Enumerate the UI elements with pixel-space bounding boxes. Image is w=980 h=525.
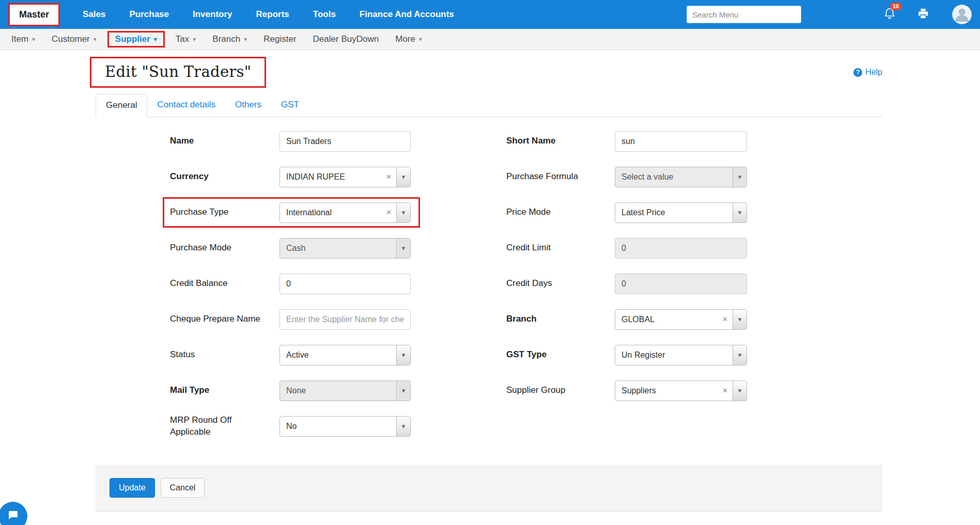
clear-icon[interactable]: ✕ bbox=[381, 173, 396, 181]
name-input[interactable] bbox=[279, 131, 411, 152]
chevron-down-icon: ▾ bbox=[244, 36, 247, 42]
chevron-down-icon[interactable]: ▾ bbox=[396, 203, 410, 222]
subnav-label: Tax bbox=[176, 34, 189, 44]
gst-type-select[interactable]: Un Register ▾ bbox=[615, 345, 747, 365]
page-title: Edit "Sun Traders" bbox=[105, 63, 251, 81]
purchase-formula-value: Select a value bbox=[615, 172, 733, 182]
purchase-type-select[interactable]: International ✕ ▾ bbox=[279, 202, 411, 223]
short-name-input[interactable] bbox=[615, 131, 747, 152]
tab-general[interactable]: General bbox=[96, 94, 147, 117]
page-title-annotation-box: Edit "Sun Traders" bbox=[90, 57, 266, 88]
chevron-down-icon[interactable]: ▾ bbox=[396, 167, 410, 187]
purchase-mode-label: Purchase Mode bbox=[170, 242, 279, 253]
help-link[interactable]: ? Help bbox=[853, 68, 882, 77]
chat-widget-button[interactable] bbox=[0, 502, 27, 525]
name-label: Name bbox=[170, 135, 279, 147]
form-row-purchase-mode: Purchase Mode Cash ▾ Credit Limit bbox=[170, 230, 980, 266]
subnav-item-customer[interactable]: Customer ▾ bbox=[43, 29, 105, 50]
nav-master[interactable]: Master bbox=[8, 3, 60, 26]
printer-icon bbox=[917, 8, 929, 21]
chevron-down-icon[interactable]: ▾ bbox=[733, 203, 746, 222]
chat-bubble-icon bbox=[7, 509, 19, 523]
branch-label: Branch bbox=[506, 313, 615, 325]
nav-tools[interactable]: Tools bbox=[313, 9, 336, 20]
subnav-item-more[interactable]: More ▾ bbox=[387, 29, 430, 50]
subnav-item-tax[interactable]: Tax ▾ bbox=[167, 29, 205, 50]
branch-value: GLOBAL bbox=[615, 315, 718, 324]
cheque-prepare-name-input[interactable] bbox=[279, 309, 411, 330]
subnav-item-supplier[interactable]: Supplier ▾ bbox=[107, 31, 165, 47]
chevron-down-icon: ▾ bbox=[396, 238, 410, 258]
status-select[interactable]: Active ▾ bbox=[279, 345, 411, 365]
chevron-down-icon: ▾ bbox=[419, 36, 422, 42]
user-icon bbox=[952, 5, 972, 24]
form-action-bar: Update Cancel bbox=[96, 465, 882, 512]
print-button[interactable] bbox=[917, 8, 929, 21]
clear-icon[interactable]: ✕ bbox=[718, 387, 733, 394]
nav-reports[interactable]: Reports bbox=[256, 9, 289, 20]
help-label: Help bbox=[865, 68, 882, 77]
subnav-label: Branch bbox=[212, 34, 240, 44]
form-row-cheque-prepare-name: Cheque Prepare Name Branch GLOBAL ✕ ▾ bbox=[170, 301, 980, 337]
nav-finance-and-accounts[interactable]: Finance And Accounts bbox=[360, 9, 454, 20]
price-mode-select[interactable]: Latest Price ▾ bbox=[615, 202, 747, 223]
gst-type-value: Un Register bbox=[615, 351, 733, 360]
form-tabs: General Contact details Others GST bbox=[96, 94, 882, 117]
subnav-label: Item bbox=[11, 34, 28, 44]
form-row-credit-balance: Credit Balance Credit Days bbox=[170, 266, 980, 301]
supplier-group-select[interactable]: Suppliers ✕ ▾ bbox=[615, 380, 747, 401]
currency-value: INDIAN RUPEE bbox=[280, 172, 381, 182]
tab-gst[interactable]: GST bbox=[271, 94, 309, 117]
clear-icon[interactable]: ✕ bbox=[381, 209, 396, 216]
cancel-button[interactable]: Cancel bbox=[161, 478, 205, 498]
module-navigation-bar: Item ▾ Customer ▾ Supplier ▾ Tax ▾ Branc… bbox=[0, 29, 980, 50]
purchase-type-label: Purchase Type bbox=[170, 206, 279, 218]
nav-purchase[interactable]: Purchase bbox=[129, 9, 169, 20]
supplier-group-label: Supplier Group bbox=[506, 385, 615, 396]
credit-balance-input[interactable] bbox=[279, 274, 411, 294]
subnav-item-register[interactable]: Register bbox=[255, 29, 304, 50]
cheque-prepare-name-label: Cheque Prepare Name bbox=[170, 313, 279, 325]
currency-label: Currency bbox=[170, 171, 279, 182]
nav-inventory[interactable]: Inventory bbox=[193, 9, 232, 20]
mail-type-value: None bbox=[280, 386, 396, 395]
subnav-item-branch[interactable]: Branch ▾ bbox=[204, 29, 255, 50]
chevron-down-icon: ▾ bbox=[396, 381, 410, 401]
chevron-down-icon[interactable]: ▾ bbox=[733, 345, 746, 365]
chevron-down-icon[interactable]: ▾ bbox=[733, 381, 746, 401]
price-mode-value: Latest Price bbox=[615, 208, 733, 217]
form-row-mail-type: Mail Type None ▾ Supplier Group Supplier… bbox=[170, 373, 980, 408]
subnav-item-dealer-buydown[interactable]: Dealer BuyDown bbox=[305, 29, 387, 50]
chevron-down-icon[interactable]: ▾ bbox=[396, 345, 410, 365]
mrp-round-off-select[interactable]: No ▾ bbox=[279, 416, 411, 437]
chevron-down-icon[interactable]: ▾ bbox=[396, 417, 410, 436]
purchase-formula-select: Select a value ▾ bbox=[615, 167, 747, 187]
subnav-label: Register bbox=[263, 34, 296, 44]
page-header: Edit "Sun Traders" ? Help bbox=[0, 57, 980, 88]
nav-sales[interactable]: Sales bbox=[83, 9, 105, 20]
clear-icon[interactable]: ✕ bbox=[718, 315, 733, 323]
chevron-down-icon[interactable]: ▾ bbox=[733, 310, 746, 329]
update-button[interactable]: Update bbox=[110, 478, 155, 498]
price-mode-label: Price Mode bbox=[506, 206, 615, 218]
subnav-item-item[interactable]: Item ▾ bbox=[3, 29, 43, 50]
user-avatar[interactable] bbox=[952, 5, 972, 24]
form-row-mrp-round-off: MRP Round Off Applicable No ▾ bbox=[170, 408, 980, 444]
top-navigation-bar: Master Sales Purchase Inventory Reports … bbox=[0, 0, 980, 29]
tab-others[interactable]: Others bbox=[225, 94, 271, 117]
supplier-group-value: Suppliers bbox=[615, 386, 718, 395]
subnav-label: Customer bbox=[52, 34, 90, 44]
mrp-round-off-value: No bbox=[280, 422, 396, 431]
tab-contact-details[interactable]: Contact details bbox=[147, 94, 225, 117]
credit-limit-input bbox=[615, 238, 747, 259]
mail-type-select: None ▾ bbox=[279, 380, 411, 401]
notifications-button[interactable]: 10 bbox=[884, 7, 895, 22]
purchase-formula-label: Purchase Formula bbox=[506, 171, 615, 182]
subnav-label: Supplier bbox=[115, 34, 150, 44]
currency-select[interactable]: INDIAN RUPEE ✕ ▾ bbox=[279, 167, 411, 187]
search-input[interactable] bbox=[687, 6, 801, 23]
purchase-mode-value: Cash bbox=[280, 244, 396, 253]
topbar-right-cluster: 10 bbox=[687, 5, 972, 24]
form-row-currency: Currency INDIAN RUPEE ✕ ▾ Purchase Formu… bbox=[170, 159, 980, 195]
branch-select[interactable]: GLOBAL ✕ ▾ bbox=[615, 309, 747, 330]
